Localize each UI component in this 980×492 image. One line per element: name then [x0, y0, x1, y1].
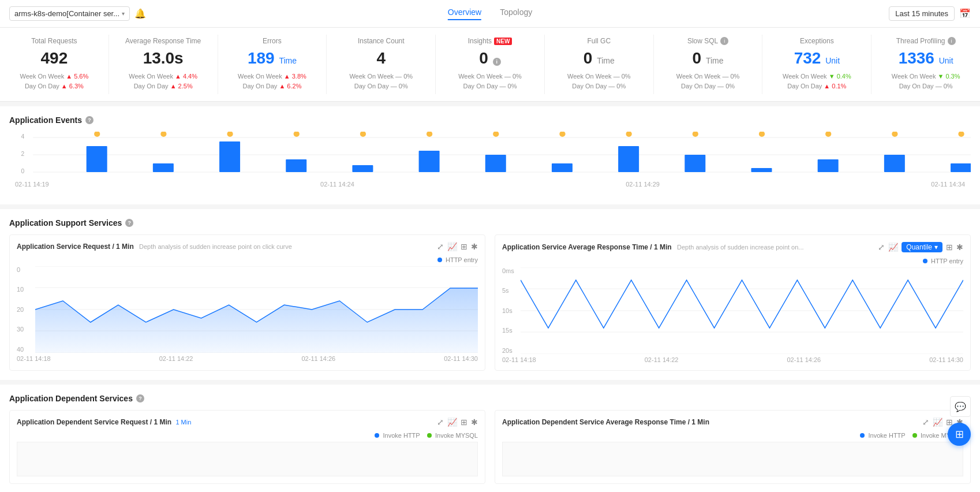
- request-chart-svg: [35, 266, 478, 353]
- svg-rect-23: [618, 146, 639, 172]
- metric-total-requests[interactable]: Total Requests 492 Week On Week ▲ 5.6% D…: [0, 35, 109, 94]
- dep-request-legend: Invoke HTTP Invoke MYSQL: [17, 431, 478, 439]
- chart-header: Application Service Average Response Tim…: [502, 242, 963, 252]
- app-selector-label: arms-k8s-demo[Container ser...: [14, 9, 119, 18]
- metric-avg-response[interactable]: Average Response Time 13.0s Week On Week…: [109, 35, 218, 94]
- settings-icon[interactable]: ✱: [471, 242, 478, 251]
- expand-icon[interactable]: ⤢: [922, 418, 929, 427]
- dep-response-legend: Invoke HTTP Invoke MYSQL: [502, 431, 963, 439]
- svg-text:4: 4: [21, 133, 25, 140]
- calendar-icon[interactable]: 📅: [959, 8, 971, 19]
- dependent-services-title: Application Dependent Services ?: [9, 394, 971, 403]
- metric-thread-profiling[interactable]: Thread Profiling i 1336 Unit Week On Wee…: [871, 35, 980, 94]
- question-icon[interactable]: ?: [125, 219, 133, 227]
- legend-dot-http: [375, 433, 379, 438]
- chart-actions: ⤢ 📈 ⊞ ✱: [437, 418, 478, 427]
- settings-icon[interactable]: ✱: [956, 243, 963, 252]
- metric-label: Errors: [225, 37, 320, 45]
- request-svg-area: [35, 266, 478, 353]
- app-events-section: Application Events ? 4 2 0: [0, 106, 980, 204]
- header-right: Last 15 minutes 📅: [889, 6, 971, 21]
- dep-response-chart-placeholder: [502, 442, 963, 476]
- svg-point-30: [892, 132, 897, 137]
- svg-point-8: [160, 132, 166, 137]
- support-charts-container: Application Service Request / 1 Min Dept…: [9, 234, 971, 371]
- app-header: arms-k8s-demo[Container ser... ▾ 🔔 Overv…: [0, 0, 980, 28]
- svg-rect-33: [951, 163, 971, 172]
- metric-value: 189 Time: [225, 49, 320, 68]
- svg-point-32: [958, 132, 964, 137]
- svg-rect-19: [485, 155, 506, 172]
- legend-dot: [923, 259, 927, 263]
- table-icon[interactable]: ⊞: [461, 242, 467, 251]
- svg-point-26: [759, 132, 765, 137]
- metric-wow: Week On Week — 0% Day On Day — 0%: [552, 72, 646, 92]
- grid-float-button[interactable]: ⊞: [948, 423, 971, 446]
- line-chart-icon[interactable]: 📈: [933, 418, 942, 427]
- svg-point-12: [294, 132, 300, 137]
- metric-value: 0 Time: [552, 49, 646, 68]
- bell-icon[interactable]: 🔔: [134, 8, 146, 19]
- question-icon[interactable]: ?: [136, 394, 144, 402]
- metric-insights[interactable]: Insights NEW 0 i Week On Week — 0% Day O…: [436, 35, 545, 94]
- metric-value: 0 i: [443, 49, 537, 68]
- metric-value: 4: [334, 49, 428, 68]
- svg-point-18: [493, 132, 499, 137]
- bar-chart-x-labels: 02-11 14:19 02-11 14:24 02-11 14:29 02-1…: [9, 181, 971, 188]
- events-bar-chart-svg: 4 2 0: [9, 132, 971, 178]
- metric-value: 13.0s: [116, 49, 211, 68]
- request-legend: HTTP entry: [17, 256, 478, 264]
- legend-item: Invoke MYSQL: [427, 431, 478, 439]
- metric-label: Total Requests: [7, 37, 102, 45]
- metric-full-gc[interactable]: Full GC 0 Time Week On Week — 0% Day On …: [545, 35, 654, 94]
- dep-request-chart-panel: Application Dependent Service Request / …: [9, 410, 485, 484]
- metric-wow: Week On Week ▲ 4.4% Day On Day ▲ 2.5%: [116, 72, 211, 92]
- svg-rect-27: [751, 168, 772, 172]
- metric-exceptions[interactable]: Exceptions 732 Unit Week On Week ▼ 0.4% …: [762, 35, 871, 94]
- chart-actions: ⤢ 📈 ⊞ ✱: [437, 242, 478, 251]
- response-svg-area: [521, 267, 963, 354]
- metric-instance-count[interactable]: Instance Count 4 Week On Week — 0% Day O…: [327, 35, 436, 94]
- legend-dot-http: [860, 433, 865, 438]
- nav-overview[interactable]: Overview: [448, 8, 481, 20]
- legend-item: Invoke HTTP: [375, 431, 420, 439]
- time-selector[interactable]: Last 15 minutes: [889, 6, 955, 21]
- table-icon[interactable]: ⊞: [946, 243, 953, 252]
- svg-point-10: [227, 132, 233, 137]
- info-icon[interactable]: i: [720, 37, 728, 45]
- chat-float-button[interactable]: 💬: [950, 396, 971, 417]
- table-icon[interactable]: ⊞: [461, 418, 467, 427]
- svg-rect-17: [419, 151, 440, 172]
- header-left: arms-k8s-demo[Container ser... ▾ 🔔: [9, 6, 146, 21]
- line-chart-icon[interactable]: 📈: [447, 242, 457, 251]
- svg-point-22: [626, 132, 632, 137]
- response-line-chart: 20s 15s 10s 5s 0ms: [502, 267, 963, 354]
- main-nav: Overview Topology: [448, 8, 532, 20]
- quantile-button[interactable]: Quantile ▾: [902, 242, 942, 252]
- metric-label: Slow SQL i: [661, 37, 755, 45]
- support-services-section: Application Support Services ? Applicati…: [0, 209, 980, 380]
- app-selector[interactable]: arms-k8s-demo[Container ser... ▾: [9, 6, 130, 21]
- metric-errors[interactable]: Errors 189 Time Week On Week ▲ 3.8% Day …: [218, 35, 327, 94]
- info-icon[interactable]: i: [493, 58, 501, 66]
- expand-icon[interactable]: ⤢: [437, 242, 444, 251]
- svg-rect-9: [153, 163, 174, 172]
- info-icon[interactable]: i: [948, 37, 956, 45]
- request-x-labels: 02-11 14:18 02-11 14:22 02-11 14:26 02-1…: [17, 355, 478, 362]
- line-chart-icon[interactable]: 📈: [888, 243, 898, 252]
- metric-label: Exceptions: [769, 37, 864, 45]
- line-chart-icon[interactable]: 📈: [447, 418, 457, 427]
- expand-icon[interactable]: ⤢: [437, 418, 444, 427]
- expand-icon[interactable]: ⤢: [878, 243, 885, 252]
- y-axis: 40 30 20 10 0: [17, 266, 33, 353]
- settings-icon[interactable]: ✱: [471, 418, 478, 427]
- question-icon[interactable]: ?: [85, 116, 93, 124]
- nav-topology[interactable]: Topology: [500, 8, 532, 20]
- response-legend: HTTP entry: [502, 257, 963, 265]
- metric-wow: Week On Week ▼ 0.3% Day On Day — 0%: [878, 72, 973, 92]
- svg-rect-25: [684, 155, 705, 172]
- metrics-bar: Total Requests 492 Week On Week ▲ 5.6% D…: [0, 28, 980, 102]
- metric-slow-sql[interactable]: Slow SQL i 0 Time Week On Week — 0% Day …: [654, 35, 763, 94]
- dependent-services-section: Application Dependent Services ? Applica…: [0, 385, 980, 492]
- metric-label: Thread Profiling i: [878, 37, 973, 45]
